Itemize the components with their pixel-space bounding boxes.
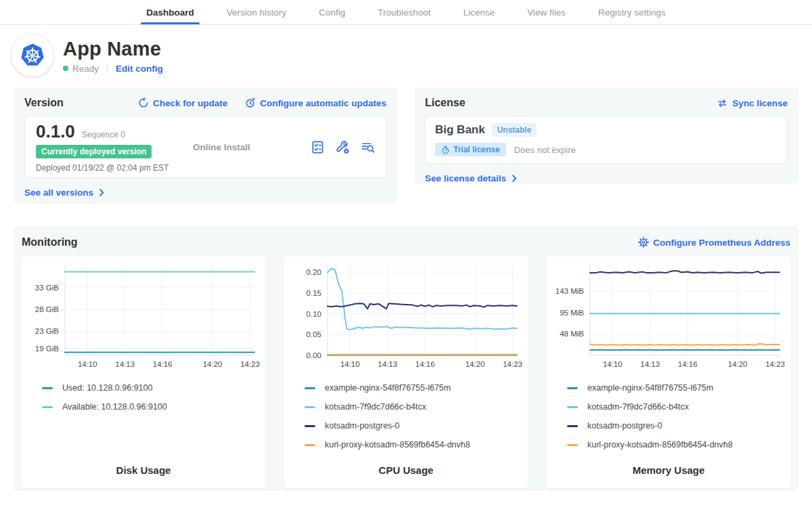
legend-item: kotsadm-7f9dc7d66c-b4tcx <box>304 397 528 416</box>
edit-config-link[interactable]: Edit config <box>116 64 163 74</box>
check-for-update-link[interactable]: Check for update <box>138 97 227 108</box>
svg-text:14:10: 14:10 <box>78 360 97 368</box>
sync-arrows-icon <box>717 98 728 108</box>
license-expiry: Does not expire <box>514 145 576 155</box>
svg-text:14:13: 14:13 <box>115 360 135 368</box>
version-number: 0.1.0 <box>36 121 75 142</box>
legend-item: kotsadm-postgres-0 <box>304 416 528 435</box>
svg-text:14:13: 14:13 <box>640 360 660 368</box>
status-dot <box>63 66 68 71</box>
status-badge: Ready <box>72 64 99 74</box>
clock-update-icon <box>245 97 256 108</box>
wrench-gear-icon <box>336 140 350 154</box>
gear-icon <box>638 237 649 248</box>
svg-text:95 MiB: 95 MiB <box>560 309 584 317</box>
svg-text:19 GiB: 19 GiB <box>35 345 59 353</box>
legend-item: Used: 10.128.0.96:9100 <box>42 378 265 397</box>
legend-label: Available: 10.128.0.96:9100 <box>62 402 167 412</box>
tab-registry-settings[interactable]: Registry settings <box>597 0 667 24</box>
charts-row: 19 GiB23 GiB28 GiB33 GiB14:1014:1314:161… <box>22 257 790 488</box>
svg-text:28 GiB: 28 GiB <box>35 305 59 313</box>
preflight-checks-button[interactable] <box>311 140 325 154</box>
configure-prometheus-link[interactable]: Configure Prometheus Address <box>638 237 790 248</box>
top-tab-bar: DashboardVersion historyConfigTroublesho… <box>0 0 812 25</box>
edit-config-button[interactable] <box>336 140 350 154</box>
svg-text:14:23: 14:23 <box>503 360 522 368</box>
legend-item: example-nginx-54f8f76755-l675m <box>304 378 528 397</box>
legend-swatch <box>567 387 578 389</box>
license-assignee: Big Bank <box>435 123 485 137</box>
license-card: License Sync license Big Bank Unstable <box>414 87 798 183</box>
svg-text:33 GiB: 33 GiB <box>35 284 59 292</box>
license-type-badge: Trial license <box>435 143 506 156</box>
app-logo <box>12 35 53 76</box>
svg-text:143 MiB: 143 MiB <box>556 287 585 295</box>
legend-label: kotsadm-postgres-0 <box>325 421 399 431</box>
deployed-timestamp: Deployed 01/19/22 @ 02:04 pm EST <box>36 163 193 173</box>
legend-swatch <box>567 406 578 408</box>
tab-license[interactable]: License <box>462 0 497 24</box>
svg-text:48 MiB: 48 MiB <box>560 330 584 338</box>
refresh-icon <box>138 97 149 108</box>
svg-text:14:20: 14:20 <box>203 360 223 368</box>
monitoring-heading: Monitoring <box>22 236 78 248</box>
see-license-details-link[interactable]: See license details <box>425 173 518 183</box>
svg-text:14:16: 14:16 <box>153 360 173 368</box>
legend-label: Used: 10.128.0.96:9100 <box>62 383 152 393</box>
tab-troubleshoot[interactable]: Troubleshoot <box>376 0 432 24</box>
chart-plot-disk-usage: 19 GiB23 GiB28 GiB33 GiB14:1014:1314:161… <box>22 257 265 373</box>
configure-automatic-updates-link[interactable]: Configure automatic updates <box>245 97 386 108</box>
legend-swatch <box>304 387 315 389</box>
license-heading: License <box>425 97 466 109</box>
legend-label: kurl-proxy-kotsadm-8569fb6454-dnvh8 <box>325 440 470 449</box>
install-type-label: Online Install <box>193 142 311 152</box>
legend-label: kotsadm-postgres-0 <box>587 421 662 431</box>
current-version-row: 0.1.0 Sequence 0 Currently deployed vers… <box>24 116 386 178</box>
legend-item: kotsadm-postgres-0 <box>567 416 790 435</box>
svg-text:0.10: 0.10 <box>307 310 321 318</box>
sync-license-link[interactable]: Sync license <box>717 98 788 108</box>
svg-text:14:16: 14:16 <box>678 360 698 368</box>
stopwatch-icon <box>441 146 450 154</box>
lines-magnifier-icon <box>361 140 375 154</box>
chart-card-disk-usage: 19 GiB23 GiB28 GiB33 GiB14:1014:1314:161… <box>22 257 265 488</box>
legend-item: kurl-proxy-kotsadm-8569fb6454-dnvh8 <box>567 435 790 454</box>
svg-text:14:10: 14:10 <box>340 360 360 368</box>
view-diff-button[interactable] <box>361 140 375 154</box>
chart-legend: Used: 10.128.0.96:9100Available: 10.128.… <box>22 373 265 416</box>
legend-item: kotsadm-7f9dc7d66c-b4tcx <box>567 397 790 416</box>
legend-label: kotsadm-7f9dc7d66c-b4tcx <box>325 402 426 412</box>
legend-swatch <box>304 425 315 427</box>
chart-title: Disk Usage <box>22 464 265 476</box>
legend-label: kurl-proxy-kotsadm-8569fb6454-dnvh8 <box>587 440 733 449</box>
legend-item: kurl-proxy-kotsadm-8569fb6454-dnvh8 <box>304 435 528 454</box>
version-card: Version Check for update <box>14 87 397 204</box>
chart-plot-cpu-usage: 0.000.050.100.150.2014:1014:1314:1614:20… <box>284 257 528 373</box>
kubernetes-icon <box>19 42 46 69</box>
tab-dashboard[interactable]: Dashboard <box>145 0 196 24</box>
svg-text:0.15: 0.15 <box>307 289 321 297</box>
legend-swatch <box>42 406 53 408</box>
legend-label: example-nginx-54f8f76755-l675m <box>325 383 451 393</box>
legend-label: example-nginx-54f8f76755-l675m <box>587 383 713 393</box>
legend-item: example-nginx-54f8f76755-l675m <box>567 378 790 397</box>
see-all-versions-link[interactable]: See all versions <box>24 188 105 198</box>
chart-title: CPU Usage <box>284 464 528 476</box>
version-sequence: Sequence 0 <box>82 130 125 139</box>
chevron-right-icon <box>512 175 518 182</box>
app-header: App Name Ready Edit config <box>0 25 812 76</box>
svg-text:14:20: 14:20 <box>728 360 748 368</box>
tab-view-files[interactable]: View files <box>526 0 567 24</box>
svg-text:14:23: 14:23 <box>240 360 260 368</box>
chart-card-cpu-usage: 0.000.050.100.150.2014:1014:1314:1614:20… <box>284 257 528 488</box>
chart-legend: example-nginx-54f8f76755-l675mkotsadm-7f… <box>284 373 528 454</box>
svg-text:14:23: 14:23 <box>765 360 785 368</box>
svg-text:0.00: 0.00 <box>307 351 321 359</box>
svg-text:23 GiB: 23 GiB <box>35 327 59 335</box>
svg-text:14:20: 14:20 <box>466 360 485 368</box>
legend-swatch <box>567 444 578 446</box>
tab-version-history[interactable]: Version history <box>225 0 288 24</box>
divider <box>107 64 108 73</box>
legend-swatch <box>567 425 578 427</box>
tab-config[interactable]: Config <box>317 0 346 24</box>
